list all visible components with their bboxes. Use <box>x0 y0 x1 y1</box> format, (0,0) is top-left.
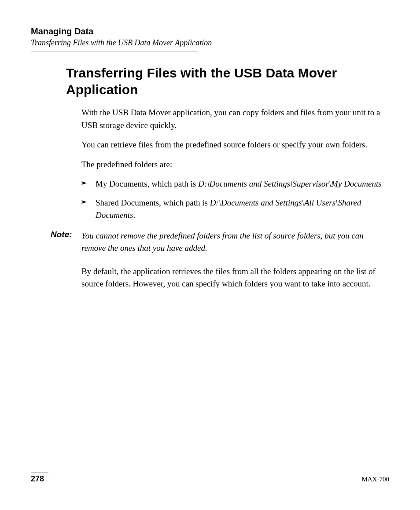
list-item-tail: . <box>133 210 135 220</box>
note-label: Note: <box>51 230 81 239</box>
footer-row: 278 MAX-700 <box>31 474 389 484</box>
model-id: MAX-700 <box>362 476 390 483</box>
bullet-list: My Documents, which path is D:\Documents… <box>81 178 389 222</box>
list-item-lead: My Documents, which path is <box>96 179 198 188</box>
header-divider <box>31 51 198 51</box>
list-item: My Documents, which path is D:\Documents… <box>81 178 389 191</box>
paragraph-intro-3: The predefined folders are: <box>81 158 389 171</box>
body-content-after-note: By default, the application retrieves th… <box>81 265 389 290</box>
section-subtitle: Transferring Files with the USB Data Mov… <box>31 38 389 48</box>
page: Managing Data Transferring Files with th… <box>0 0 420 290</box>
chapter-title: Managing Data <box>31 26 389 37</box>
arrow-icon <box>81 180 89 186</box>
body-content: With the USB Data Mover application, you… <box>81 106 389 222</box>
main-heading: Transferring Files with the USB Data Mov… <box>66 65 383 98</box>
list-item: Shared Documents, which path is D:\Docum… <box>81 197 389 222</box>
paragraph-intro-2: You can retrieve files from the predefin… <box>81 139 389 151</box>
page-number: 278 <box>31 474 44 484</box>
list-item-text: My Documents, which path is D:\Documents… <box>96 178 382 191</box>
note-text: You cannot remove the predefined folders… <box>81 230 389 255</box>
arrow-icon <box>81 199 89 205</box>
list-item-text: Shared Documents, which path is D:\Docum… <box>96 197 389 222</box>
list-item-path: D:\Documents and Settings\Supervisor\My … <box>198 179 381 188</box>
list-item-lead: Shared Documents, which path is <box>96 198 210 207</box>
page-header: Managing Data Transferring Files with th… <box>31 26 389 51</box>
paragraph-after-note: By default, the application retrieves th… <box>81 265 389 290</box>
note-block: Note: You cannot remove the predefined f… <box>51 230 389 255</box>
page-footer: 278 MAX-700 <box>31 472 389 484</box>
footer-divider <box>31 472 48 473</box>
paragraph-intro-1: With the USB Data Mover application, you… <box>81 106 389 132</box>
